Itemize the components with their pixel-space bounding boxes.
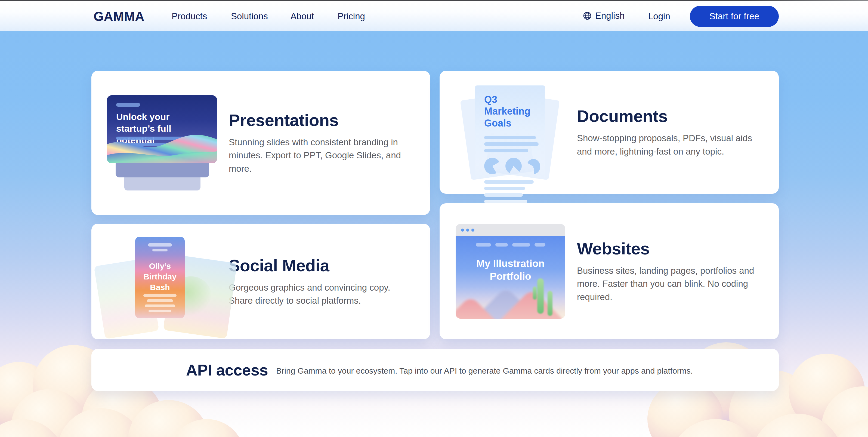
presentations-text: Presentations Stunning slides with consi…: [229, 111, 430, 175]
api-description: Bring Gamma to your ecosystem. Tap into …: [276, 366, 693, 376]
skeleton-line: [152, 249, 167, 252]
skeleton-line: [534, 243, 546, 246]
cactus-shape: [537, 279, 544, 314]
skeleton-line: [143, 294, 177, 297]
pie-chart-shape: [505, 158, 522, 174]
cloud-puff: [832, 419, 868, 437]
api-access-bar[interactable]: API access Bring Gamma to your ecosystem…: [91, 349, 779, 391]
skeleton-line: [484, 200, 527, 203]
nav-item-about[interactable]: About: [290, 11, 314, 22]
skeleton-line: [484, 149, 528, 152]
wave-graphic: [107, 127, 217, 163]
pie-chart-shape: [484, 158, 500, 174]
skeleton-line: [147, 299, 173, 302]
skeleton-line: [149, 310, 172, 312]
skeleton-line: [484, 187, 525, 190]
slide-preview: Unlock your startup’s full potential: [107, 95, 217, 163]
card-description: Business sites, landing pages, portfolio…: [577, 264, 762, 304]
cloud-puff: [11, 389, 87, 437]
cloud-puff: [822, 386, 868, 437]
card-presentations[interactable]: Unlock your startup’s full potential: [91, 71, 430, 215]
browser-preview: My Illustration Portfolio: [456, 224, 565, 319]
skeleton-line: [512, 243, 530, 246]
cloud-puff: [751, 414, 843, 437]
cloud-puff: [128, 400, 210, 437]
login-link[interactable]: Login: [648, 11, 670, 22]
globe-icon: [583, 11, 592, 21]
skeleton-lines: [135, 294, 185, 312]
card-title: Documents: [577, 107, 763, 126]
api-title: API access: [186, 361, 268, 379]
nav-item-solutions[interactable]: Solutions: [231, 11, 268, 22]
window-top-edge: [0, 0, 868, 1]
skeleton-line: [495, 243, 508, 246]
nav-skeleton: [456, 243, 565, 246]
documents-thumbnail: Q3 Marketing Goals: [455, 85, 577, 179]
websites-thumbnail: My Illustration Portfolio: [455, 224, 577, 319]
story-title: Olly’s Birthday Bash: [135, 261, 185, 292]
card-description: Gorgeous graphics and convincing copy. S…: [229, 281, 414, 308]
skeleton-line: [476, 243, 491, 246]
cactus-shape: [548, 291, 553, 316]
browser-topbar: [456, 224, 565, 236]
browser-content: My Illustration Portfolio: [456, 236, 565, 319]
social-text: Social Media Gorgeous graphics and convi…: [229, 256, 430, 308]
card-documents[interactable]: Q3 Marketing Goals Documents Show-stoppi…: [440, 71, 779, 194]
card-title: Social Media: [229, 256, 414, 275]
gamma-logo[interactable]: GAMMA: [94, 9, 145, 24]
cloud-puff: [169, 419, 245, 437]
cloud-puff: [789, 354, 865, 430]
skeleton-line: [484, 142, 538, 146]
card-websites[interactable]: My Illustration Portfolio Websites Busin…: [440, 203, 779, 339]
cloud-puff: [669, 419, 762, 437]
skeleton-line: [484, 136, 536, 139]
pie-charts: [484, 158, 545, 174]
skeleton-line: [484, 193, 523, 197]
document-title: Q3 Marketing Goals: [484, 94, 536, 129]
skeleton-line: [484, 180, 534, 184]
website-title: My Illustration Portfolio: [456, 257, 565, 283]
presentations-thumbnail: Unlock your startup’s full potential: [107, 95, 229, 191]
cloud-puff: [57, 408, 144, 437]
nav-item-products[interactable]: Products: [172, 11, 207, 22]
gamma-landing-page: GAMMA Products Solutions About Pricing E…: [0, 0, 868, 437]
skeleton-line: [145, 304, 175, 307]
card-title: Presentations: [229, 111, 414, 130]
card-social-media[interactable]: Olly’s Birthday Bash Social Media Gorgeo…: [91, 224, 430, 339]
pie-chart-shape: [527, 159, 540, 174]
card-title: Websites: [577, 239, 763, 258]
browser-dot-icon: [466, 229, 469, 232]
documents-text: Documents Show-stopping proposals, PDFs,…: [577, 107, 779, 158]
story-preview: Olly’s Birthday Bash: [135, 237, 185, 318]
language-selector[interactable]: English: [583, 10, 624, 21]
document-preview: Q3 Marketing Goals: [475, 85, 545, 179]
cloud-puff: [0, 419, 65, 437]
browser-dot-icon: [471, 229, 474, 232]
websites-text: Websites Business sites, landing pages, …: [577, 239, 779, 304]
browser-dot-icon: [461, 229, 464, 232]
nav-item-pricing[interactable]: Pricing: [338, 11, 365, 22]
social-thumbnail: Olly’s Birthday Bash: [107, 237, 229, 326]
skeleton-line: [148, 243, 172, 246]
card-description: Show-stopping proposals, PDFs, visual ai…: [577, 132, 762, 158]
cactus-shape: [533, 287, 537, 299]
skeleton-line: [116, 103, 140, 107]
start-for-free-button[interactable]: Start for free: [690, 6, 779, 27]
header: GAMMA Products Solutions About Pricing E…: [0, 1, 868, 31]
cloud-puff: [0, 362, 54, 433]
card-description: Stunning slides with consistent branding…: [229, 136, 414, 175]
language-label: English: [595, 10, 624, 21]
